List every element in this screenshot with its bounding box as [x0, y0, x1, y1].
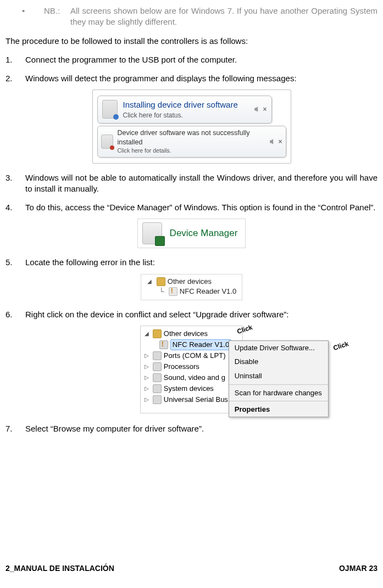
figure-mini-tree: ◢ Other devices └ NFC Reader V1.0 — [5, 274, 378, 300]
sound-icon — [153, 373, 162, 382]
ports-icon — [153, 351, 162, 360]
step-7: Select “Browse my computer for driver so… — [25, 423, 378, 434]
tree-nfc-reader: NFC Reader V1.0 — [180, 287, 236, 296]
warning-icon — [169, 287, 177, 296]
context-menu: Update Driver Software... Disable Uninst… — [229, 340, 329, 417]
step-number-3: 3. — [5, 172, 25, 195]
close-icon: × — [263, 105, 267, 114]
tree-usb: Universal Serial Bus — [164, 395, 228, 405]
click-label-2: Click — [332, 339, 349, 352]
footer-right: OJMAR 23 — [339, 563, 378, 574]
figure-balloons: Installing device driver software Click … — [5, 89, 378, 163]
menu-disable[interactable]: Disable — [229, 355, 328, 369]
balloon1-sub: Click here for status. — [123, 111, 250, 120]
device-manager-icon — [142, 222, 162, 244]
note-label: NB.: — [44, 5, 70, 28]
step-3: Windows will not be able to automaticall… — [25, 172, 378, 195]
tree-arrow-icon: ▷ — [143, 374, 151, 382]
step-2: Windows will detect the programmer and d… — [25, 73, 378, 84]
tree-nfc-selected[interactable]: NFC Reader V1.0 — [170, 339, 231, 350]
step-4: To do this, access the “Device Manager” … — [25, 202, 378, 213]
tree-arrow-icon: ◢ — [143, 330, 151, 338]
balloon-failed: Device driver software was not successfu… — [97, 126, 286, 158]
speaker-icon — [254, 106, 260, 113]
menu-uninstall[interactable]: Uninstall — [229, 369, 328, 383]
figure-context-menu: Click Click ◢Other devices NFC Reader V1… — [5, 326, 378, 413]
note: • NB.: All screens shown below are for W… — [5, 5, 378, 28]
step-number-4: 4. — [5, 202, 25, 213]
menu-properties[interactable]: Properties — [229, 402, 328, 417]
tree-system: System devices — [164, 384, 214, 394]
tree-other: Other devices — [164, 329, 208, 339]
step-number-1: 1. — [5, 54, 25, 65]
tree-arrow-icon: ▷ — [143, 385, 151, 393]
balloon1-title: Installing device driver software — [123, 99, 250, 110]
note-bullet: • — [5, 5, 44, 28]
usb-icon — [153, 395, 162, 404]
click-label-1: Click — [236, 323, 253, 336]
speaker-icon — [269, 138, 276, 145]
step-6: Right click on the device in conflict an… — [25, 309, 378, 320]
menu-update-driver[interactable]: Update Driver Software... — [229, 341, 328, 355]
tree-arrow-icon: ▷ — [143, 352, 151, 360]
step-number-2: 2. — [5, 73, 25, 84]
device-icon — [101, 135, 113, 149]
balloon2-sub: Click here for details. — [118, 147, 265, 154]
warning-icon — [159, 340, 168, 349]
tree-sound: Sound, video and g — [164, 373, 225, 383]
other-devices-icon — [153, 329, 162, 338]
intro-text: The procedure to be followed to install … — [5, 36, 378, 47]
processors-icon — [153, 362, 162, 371]
tree-arrow-icon: ▷ — [143, 363, 151, 371]
tree-other-devices: Other devices — [168, 277, 212, 287]
device-icon — [102, 100, 118, 119]
tree-processors: Processors — [164, 362, 199, 372]
step-5: Locate the following error in the list: — [25, 257, 378, 268]
step-number-5: 5. — [5, 257, 25, 268]
other-devices-icon — [157, 277, 165, 286]
figure-device-manager: Device Manager — [5, 219, 378, 248]
close-icon: × — [278, 137, 282, 146]
footer-left: 2_MANUAL DE INSTALACIÓN — [5, 563, 114, 574]
system-icon — [153, 384, 162, 393]
device-manager-label: Device Manager — [170, 227, 238, 240]
step-number-6: 6. — [5, 309, 25, 320]
tree-arrow-icon: ◢ — [145, 278, 154, 285]
balloon1-tray: × — [254, 105, 267, 114]
tree-arrow-icon: ▷ — [143, 396, 151, 404]
menu-separator — [229, 401, 328, 401]
tree-ports: Ports (COM & LPT) — [164, 351, 226, 361]
balloon2-tray: × — [269, 137, 282, 146]
step-number-7: 7. — [5, 423, 25, 434]
menu-scan[interactable]: Scan for hardware changes — [229, 386, 328, 400]
balloon-installing: Installing device driver software Click … — [97, 96, 272, 123]
note-text: All screens shown below are for Windows … — [70, 5, 378, 28]
balloon2-title: Device driver software was not successfu… — [118, 128, 265, 147]
menu-separator — [229, 384, 328, 385]
step-1: Connect the programmer to the USB port o… — [25, 54, 378, 65]
